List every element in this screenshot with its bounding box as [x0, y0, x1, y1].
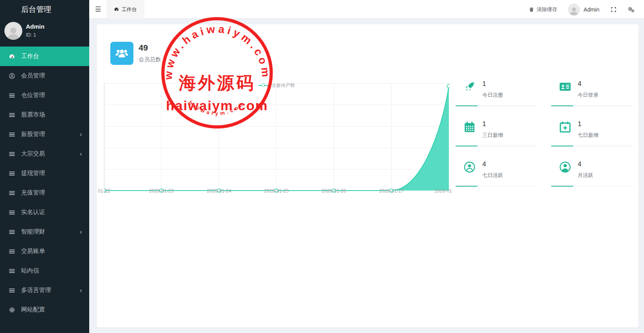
users-group-icon [110, 42, 133, 65]
tile-progress [551, 146, 573, 146]
sidebar-item-new-stocks[interactable]: 新股管理 ‹ [0, 125, 89, 144]
tile-progress [456, 186, 478, 187]
sidebar-item-languages[interactable]: 多语言管理 ‹ [0, 280, 89, 300]
bars-icon [8, 248, 16, 255]
app-title: 后台管理 [0, 0, 89, 19]
sidebar-item-smart-finance[interactable]: 智能理财 ‹ [0, 222, 89, 241]
topbar-user-menu[interactable]: Admin [568, 4, 599, 16]
chart-x-axis: 01-22 2026-01-23 2026-01-24 2026-01-25 2… [104, 188, 449, 195]
settings-cogs-icon[interactable] [628, 6, 634, 13]
calendar-icon [464, 121, 476, 134]
tab-workbench[interactable]: 工作台 [107, 0, 144, 19]
chevron-left-icon: ‹ [80, 131, 82, 138]
avatar [568, 4, 580, 16]
avatar [4, 22, 22, 40]
tile-progress [551, 186, 573, 187]
tile-progress [551, 105, 573, 106]
tile-label: 三日新增 [482, 132, 503, 139]
user-id: ID: 1 [26, 32, 36, 38]
tile-today-logins: 4 今日登录 [551, 79, 632, 106]
x-tick: 2026-01-27 [379, 188, 403, 194]
tile-label: 今日注册 [482, 92, 503, 99]
sidebar-item-positions[interactable]: 仓位管理 [0, 86, 89, 105]
sidebar-item-kyc[interactable]: 实名认证 [0, 203, 89, 222]
sidebar-item-stock-market[interactable]: 股票市场 [0, 105, 89, 125]
sidebar-item-label: 交易账单 [21, 247, 45, 255]
tile-value: 4 [578, 160, 593, 168]
bars-icon [8, 287, 16, 294]
sidebar-item-label: 实名认证 [21, 208, 45, 216]
fullscreen-icon[interactable] [610, 6, 617, 13]
sidebar-item-label: 提现管理 [21, 169, 45, 177]
total-members-label: 会员总数 [139, 56, 161, 63]
tile-value: 1 [482, 80, 503, 88]
sidebar-item-workbench[interactable]: 工作台 [0, 47, 89, 66]
dashboard-icon [114, 7, 119, 12]
data-point [447, 84, 450, 88]
gear-icon [8, 307, 16, 313]
topbar-username: Admin [583, 6, 599, 13]
tile-progress [456, 105, 478, 106]
total-members-value: 49 [139, 43, 161, 53]
sidebar-item-recharge[interactable]: 充值管理 [0, 183, 89, 203]
sidebar-item-label: 仓位管理 [21, 92, 45, 99]
rocket-icon [464, 81, 476, 93]
tile-label: 七日活跃 [482, 172, 503, 179]
sidebar-item-label: 大宗交易 [21, 150, 45, 158]
user-name: Admin [26, 23, 45, 30]
sidebar: 后台管理 Admin ID: 1 工作台 会员管理 仓位管理 股票市场 新股管理… [0, 0, 89, 333]
tile-value: 4 [578, 80, 599, 88]
chevron-left-icon: ‹ [80, 228, 82, 235]
x-tick: 2026-01-23 [149, 188, 173, 194]
user-outline-icon [464, 161, 476, 174]
x-tick: 2026-01 [435, 188, 452, 194]
tile-label: 七日新增 [578, 132, 599, 139]
chart-canvas [104, 83, 450, 195]
sidebar-item-members[interactable]: 会员管理 [0, 66, 89, 86]
tile-3day-new: 1 三日新增 [456, 119, 537, 146]
clear-cache-button[interactable]: 清除缓存 [529, 6, 557, 13]
tile-7day-active: 4 七日活跃 [456, 160, 537, 187]
sidebar-item-label: 工作台 [21, 53, 39, 60]
sidebar-item-label: 充值管理 [21, 189, 45, 197]
user-filled-icon [559, 161, 572, 174]
id-card-icon [559, 81, 572, 93]
bars-icon [8, 190, 16, 196]
sidebar-item-label: 多语言管理 [21, 286, 51, 294]
bars-icon [8, 170, 16, 177]
sidebar-item-withdrawals[interactable]: 提现管理 [0, 164, 89, 183]
bars-icon [8, 229, 16, 235]
bars-icon [8, 131, 16, 138]
tile-today-registered: 1 今日注册 [456, 79, 537, 106]
x-tick: 2026-01-26 [321, 188, 346, 194]
tile-value: 1 [482, 120, 503, 128]
dashboard-card: 49 会员总数 注册用户数 [97, 24, 638, 327]
sidebar-item-messages[interactable]: 站内信 [0, 261, 89, 280]
tile-progress [456, 146, 478, 146]
topbar: ☰ 工作台 清除缓存 Admin [89, 0, 644, 19]
sidebar-item-label: 新股管理 [21, 130, 45, 138]
total-members-stat: 49 会员总数 [110, 42, 161, 65]
sidebar-item-label: 网站配置 [21, 306, 45, 314]
calendar-plus-icon [559, 121, 572, 134]
sidebar-toggle-button[interactable]: ☰ [89, 0, 107, 19]
sidebar-item-label: 智能理财 [21, 228, 45, 236]
dashboard-icon [8, 53, 16, 60]
trash-icon [529, 7, 534, 12]
sidebar-item-label: 站内信 [21, 267, 39, 275]
x-tick: 2026-01-24 [207, 188, 231, 194]
sidebar-item-transactions[interactable]: 交易账单 [0, 241, 89, 261]
sidebar-item-block-trades[interactable]: 大宗交易 ‹ [0, 144, 89, 164]
tab-label: 工作台 [121, 6, 137, 13]
tile-monthly-active: 4 月活跃 [551, 160, 632, 187]
stat-tiles: 1 今日注册 4 今日登录 1 三日新增 [456, 79, 632, 187]
user-circle-icon [8, 73, 16, 79]
bars-icon [8, 112, 16, 118]
tile-value: 4 [482, 160, 503, 168]
sidebar-item-label: 股票市场 [21, 111, 45, 119]
sidebar-item-site-config[interactable]: 网站配置 [0, 300, 89, 319]
bars-icon [8, 209, 16, 216]
bars-icon [8, 92, 16, 99]
sidebar-item-label: 会员管理 [21, 72, 45, 80]
sidebar-user-panel: Admin ID: 1 [0, 19, 89, 47]
